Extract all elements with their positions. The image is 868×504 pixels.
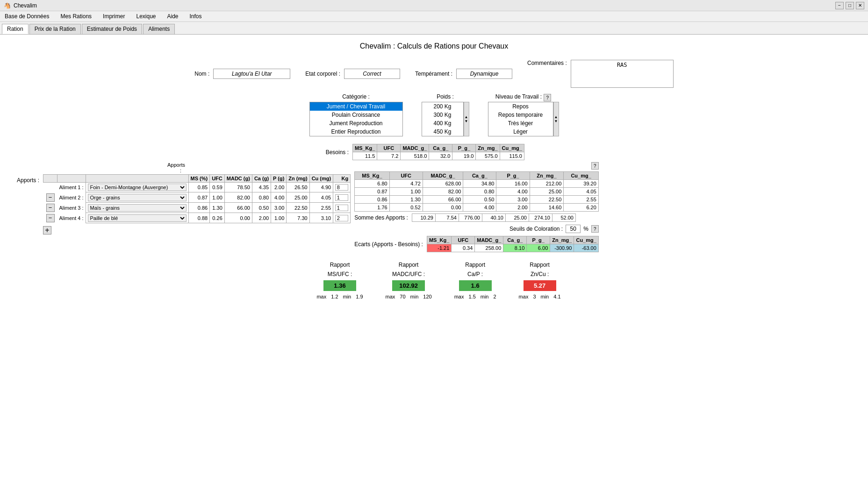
rapport-0-label2: MS/UFC :	[328, 271, 352, 277]
tab-aliments[interactable]: Aliments	[143, 24, 175, 34]
minimize-button[interactable]: −	[835, 2, 844, 9]
menu-infos[interactable]: Infos	[187, 12, 205, 21]
aliment4-minus[interactable]: −	[43, 213, 57, 223]
aliment-row-1: Aliment 1 : Foin - Demi-Montagne (Auverg…	[43, 183, 351, 192]
aliment2-cu: 4.05	[309, 192, 333, 203]
categorie-item-3[interactable]: Entier Reproduction	[310, 128, 402, 136]
rapport-2-min-val: 2	[493, 294, 496, 299]
rapport-1-value: 102.92	[392, 280, 425, 291]
aliment2-minus[interactable]: −	[43, 192, 57, 203]
somme-table: 10.29 7.54 776.00 40.10 25.00 274.10 52.…	[412, 213, 576, 222]
categorie-item-0[interactable]: Jument / Cheval Travail	[310, 102, 402, 111]
rapport-0-value: 1.36	[323, 280, 356, 291]
categorie-listbox[interactable]: Jument / Cheval Travail Poulain Croissan…	[309, 102, 403, 136]
categorie-item-2[interactable]: Jument Reproduction	[310, 119, 402, 128]
title-bar-left: 🐴 Chevalim	[4, 2, 37, 9]
seuils-input[interactable]	[566, 225, 581, 233]
niveau-help-button[interactable]: ?	[544, 94, 551, 101]
tab-prix-ration[interactable]: Prix de la Ration	[29, 24, 81, 34]
aliment1-cu: 4.90	[309, 183, 333, 192]
niveau-item-2[interactable]: Très léger	[488, 119, 553, 128]
aliment2-name[interactable]: Orge - grains	[86, 192, 188, 203]
aliment3-name[interactable]: Maïs - grains	[86, 203, 188, 213]
niveau-item-3[interactable]: Léger	[488, 128, 553, 136]
aright-1-4: 16.00	[496, 180, 530, 188]
aliments-th-ca: Ca (g)	[252, 175, 271, 183]
besoins-table: MS_Kg_ UFC MADC_g_ Ca_g_ P_g_ Zn_mg_ Cu_…	[352, 144, 524, 160]
poids-item-3[interactable]: 450 Kg	[422, 128, 463, 136]
aliment2-label: Aliment 2 :	[57, 192, 86, 203]
rapport-2-max-val: 1.5	[468, 294, 475, 299]
rapport-0-max-label: max	[316, 294, 326, 299]
aliment3-label: Aliment 3 :	[57, 203, 86, 213]
categorie-item-1[interactable]: Poulain Croissance	[310, 111, 402, 119]
somme-row: Somme des Apports : 10.29 7.54 776.00 40…	[354, 213, 599, 222]
menu-base-donnees[interactable]: Base de Données	[2, 12, 52, 21]
besoins-header-3: Ca_g_	[429, 144, 452, 152]
aliment3-p: 3.00	[271, 203, 287, 213]
close-button[interactable]: ✕	[856, 2, 864, 9]
title-bar-controls[interactable]: − □ ✕	[835, 2, 864, 9]
aright-row-4: 1.76 0.52 0.00 4.00 2.00 14.60 6.20	[355, 204, 599, 212]
nom-label: Nom :	[194, 71, 209, 77]
aliments-th-cu: Cu (mg)	[309, 175, 333, 183]
somme-val-2: 776.00	[459, 214, 482, 222]
maximize-button[interactable]: □	[846, 2, 854, 9]
minus-btn-2[interactable]: −	[46, 193, 55, 202]
aliment3-minus[interactable]: −	[43, 203, 57, 213]
seuils-help-button[interactable]: ?	[591, 225, 599, 233]
rapport-3-max-val: 3	[533, 294, 536, 299]
aliment3-kg[interactable]	[333, 203, 351, 213]
niveau-item-1[interactable]: Repos temporaire	[488, 111, 553, 119]
aright-2-4: 4.00	[496, 188, 530, 196]
aright-row-2: 0.87 1.00 82.00 0.80 4.00 25.00 4.05	[355, 188, 599, 196]
aliment3-ufc: 1.30	[210, 203, 225, 213]
ecarts-val-3: 8.10	[503, 244, 527, 252]
apports-section: Apports : Apports :	[17, 162, 861, 252]
minus-btn-4[interactable]: −	[46, 214, 55, 222]
poids-item-2[interactable]: 400 Kg	[422, 119, 463, 128]
ecarts-h3: Ca_g_	[503, 236, 527, 244]
categorie-label: Catégorie :	[342, 93, 370, 100]
aliment1-ufc: 0.59	[210, 183, 225, 192]
aliments-th-kg: Kg	[333, 175, 351, 183]
aliments-th-madc: MADC (g)	[224, 175, 252, 183]
menu-lexique[interactable]: Lexique	[133, 12, 158, 21]
aliment4-kg[interactable]	[333, 213, 351, 223]
minus-btn-3[interactable]: −	[46, 204, 55, 212]
nom-input[interactable]	[213, 69, 290, 79]
besoins-header-6: Cu_mg_	[500, 144, 524, 152]
aliments-th-name	[86, 175, 188, 183]
add-aliment-button[interactable]: +	[43, 226, 51, 234]
aliment2-p: 4.00	[271, 192, 287, 203]
aright-h4: P_g_	[496, 172, 530, 180]
etat-input[interactable]	[344, 69, 400, 79]
aliment2-kg[interactable]	[333, 192, 351, 203]
niveau-item-0[interactable]: Repos	[488, 102, 553, 111]
tab-ration[interactable]: Ration	[2, 24, 29, 34]
aright-1-0: 6.80	[355, 180, 390, 188]
aliment1-madc: 78.50	[224, 183, 252, 192]
tab-estimateur-poids[interactable]: Estimateur de Poids	[82, 24, 142, 34]
commentaires-input[interactable]: RAS	[571, 60, 674, 88]
somme-val-5: 274.10	[529, 214, 552, 222]
aright-h6: Cu_mg_	[564, 172, 599, 180]
menu-aide[interactable]: Aide	[165, 12, 181, 21]
poids-item-1[interactable]: 300 Kg	[422, 111, 463, 119]
aright-h2: MADC_g_	[423, 172, 463, 180]
aright-4-1: 0.52	[389, 204, 423, 212]
menu-mes-rations[interactable]: Mes Rations	[57, 12, 94, 21]
aliment1-kg[interactable]	[333, 183, 351, 192]
apports-label: Apports :	[17, 177, 39, 184]
somme-val-4: 25.00	[505, 214, 529, 222]
niveau-listbox[interactable]: Repos Repos temporaire Très léger Léger	[488, 102, 553, 136]
apports-help-button[interactable]: ?	[591, 162, 599, 170]
somme-val-3: 40.10	[482, 214, 505, 222]
form-section: Nom : Etat corporel : Tempérament : Comm…	[7, 60, 861, 136]
aliment1-name[interactable]: Foin - Demi-Montagne (Auvergne)	[86, 183, 188, 192]
menu-imprimer[interactable]: Imprimer	[100, 12, 128, 21]
aliment4-name[interactable]: Paille de blé	[86, 213, 188, 223]
poids-listbox[interactable]: 200 Kg 300 Kg 400 Kg 450 Kg	[422, 102, 464, 136]
poids-item-0[interactable]: 200 Kg	[422, 102, 463, 111]
temperament-input[interactable]	[456, 69, 512, 79]
